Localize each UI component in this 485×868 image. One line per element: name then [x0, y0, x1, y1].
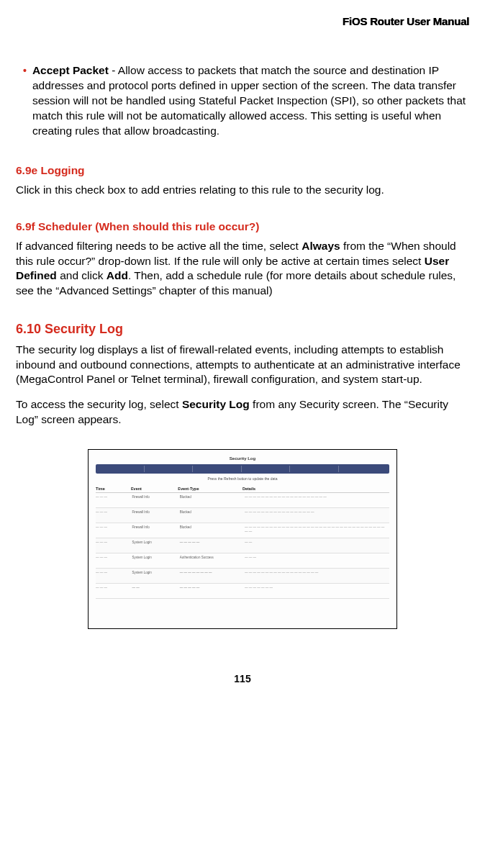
fig-row: — — —Firewall InfoBlocked— — — — — — — —…: [96, 493, 389, 508]
fig-row: — — —Firewall InfoBlocked— — — — — — — —…: [96, 508, 389, 523]
fig-table: Time Event Event-Type Details — — —Firew…: [96, 486, 389, 599]
heading-69e: 6.9e Logging: [16, 163, 469, 178]
accept-packet-bullet: • Accept Packet - Allow access to packet…: [23, 63, 469, 139]
para-610-2: To access the security log, select Secur…: [16, 397, 469, 428]
para-610-1: The security log displays a list of fire…: [16, 343, 469, 388]
fig-header-row: Time Event Event-Type Details: [96, 486, 389, 493]
fig-row: — — —— —— — — — —— — — — — — —: [96, 584, 389, 599]
heading-69f: 6.9f Scheduler (When should this rule oc…: [16, 220, 469, 235]
fig-row: — — —System Login— — — — —— —: [96, 538, 389, 553]
fig-desc: Press the Refresh button to update the d…: [96, 476, 389, 482]
page-number: 115: [16, 672, 469, 686]
security-log-screenshot: Security Log Press the Refresh button to…: [88, 449, 397, 629]
fig-tabs: [96, 464, 389, 474]
fig-row: — — —System LoginAuthentication Success—…: [96, 553, 389, 569]
para-69e: Click in this check box to add entries r…: [16, 183, 469, 198]
header-title: FiOS Router User Manual: [16, 14, 469, 29]
bullet-marker: •: [23, 63, 27, 139]
fig-row: — — —Firewall InfoBlocked— — — — — — — —…: [96, 523, 389, 538]
bullet-text: Accept Packet - Allow access to packets …: [32, 63, 469, 139]
heading-610: 6.10 Security Log: [16, 320, 469, 338]
fig-row: — — —System Login— — — — — — — —— — — — …: [96, 569, 389, 584]
figure-wrap: Security Log Press the Refresh button to…: [16, 449, 469, 629]
fig-title: Security Log: [96, 456, 389, 461]
bullet-lead: Accept Packet: [32, 64, 109, 76]
para-69f: If advanced filtering needs to be active…: [16, 239, 469, 299]
